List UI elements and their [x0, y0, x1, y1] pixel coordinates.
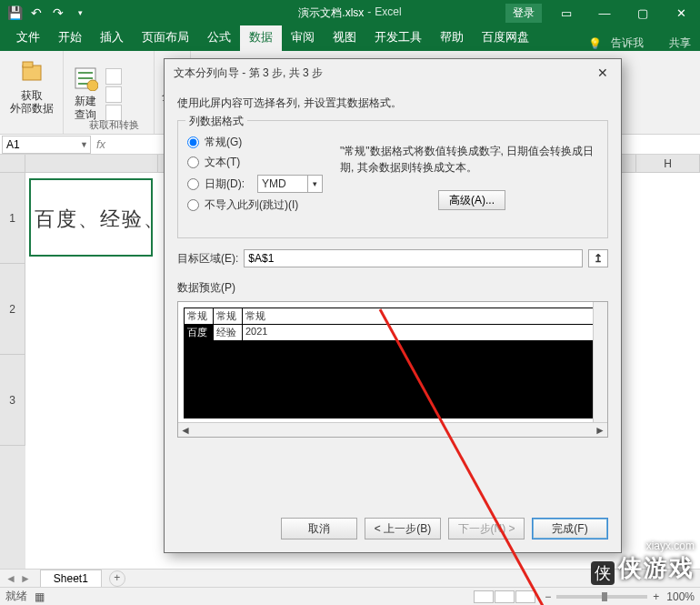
row-header-2[interactable]: 2 — [0, 264, 25, 355]
pv-head-1[interactable]: 常规 — [184, 308, 213, 325]
name-box[interactable]: A1 ▼ — [2, 136, 91, 154]
fx-icon[interactable]: fx — [96, 137, 105, 151]
quick-access-toolbar: 💾 ↶ ↷ ▾ — [0, 5, 87, 20]
cancel-button[interactable]: 取消 — [281, 518, 357, 539]
radio-date[interactable]: 日期(D): YMD▾ — [187, 175, 598, 193]
pv-head-2[interactable]: 常规 — [213, 308, 242, 325]
tab-layout[interactable]: 页面布局 — [133, 24, 198, 51]
radio-date-input[interactable] — [187, 178, 199, 190]
select-all-corner[interactable] — [0, 155, 25, 173]
preview-label: 数据预览(P) — [177, 280, 608, 296]
pv-head-3[interactable]: 常规 — [242, 308, 602, 325]
pv-col-sel[interactable] — [184, 340, 602, 418]
zoom-in-button[interactable]: + — [653, 590, 659, 603]
col-header-a[interactable] — [25, 155, 158, 173]
destination-input[interactable] — [244, 249, 583, 267]
next-button[interactable]: 下一步(N) > — [448, 518, 525, 539]
data-preview[interactable]: 常规 常规 常规 百度 经验 2021 ◄► — [177, 301, 608, 438]
zoom-out-button[interactable]: − — [545, 590, 551, 603]
tab-help[interactable]: 帮助 — [431, 24, 473, 51]
pv-cell-1[interactable]: 百度 — [184, 325, 213, 340]
col-header-h[interactable]: H — [636, 155, 700, 173]
destination-row: 目标区域(E): ↥ — [177, 249, 608, 267]
show-queries-button[interactable] — [105, 68, 122, 85]
filename: 演示文档.xlsx — [298, 5, 364, 21]
ribbon-options-icon[interactable]: ▭ — [547, 0, 585, 25]
svg-point-3 — [87, 80, 98, 91]
get-external-data-button[interactable]: 获取 外部数据 — [8, 55, 55, 119]
redo-icon[interactable]: ↷ — [51, 5, 65, 20]
tell-me[interactable]: 告诉我 — [611, 35, 644, 51]
get-external-icon — [17, 58, 46, 87]
tab-file[interactable]: 文件 — [7, 24, 49, 51]
radio-general-input[interactable] — [187, 136, 199, 148]
radio-skip[interactable]: 不导入此列(跳过)(I) — [187, 197, 598, 213]
cell-a1[interactable]: 百度、经验、 — [29, 178, 153, 257]
preview-header: 常规 常规 常规 — [184, 308, 602, 325]
fieldset-legend: 列数据格式 — [185, 114, 247, 129]
zoom-slider[interactable] — [556, 595, 647, 599]
tab-insert[interactable]: 插入 — [91, 24, 133, 51]
save-icon[interactable]: 💾 — [7, 5, 22, 20]
sheet-tab-1[interactable]: Sheet1 — [40, 570, 102, 587]
tab-data[interactable]: 数据 — [240, 24, 282, 51]
view-normal-button[interactable] — [474, 590, 494, 603]
column-format-fieldset: 列数据格式 常规(G) 文本(T) 日期(D): YMD▾ 不导入此列(跳过)(… — [177, 120, 608, 238]
sheet-nav[interactable]: ◄► — [0, 572, 36, 585]
finish-button[interactable]: 完成(F) — [532, 518, 608, 539]
zoom-level[interactable]: 100% — [666, 590, 695, 603]
format-info-text: "常规"数据格式将数值转换成数字, 日期值会转换成日期, 其余数据则转换成文本。 — [340, 143, 595, 176]
row-headers: 1 2 3 — [0, 173, 25, 569]
range-picker-button[interactable]: ↥ — [588, 249, 608, 267]
pv-cell-2[interactable]: 经验 — [213, 325, 242, 340]
share-button[interactable]: 共享 — [669, 35, 691, 51]
ribbon-tabs: 文件 开始 插入 页面布局 公式 数据 审阅 视图 开发工具 帮助 百度网盘 💡… — [0, 25, 700, 51]
new-query-button[interactable]: 新建 查询 — [69, 60, 102, 125]
pv-cell-3[interactable]: 2021 — [242, 325, 602, 340]
tab-formula[interactable]: 公式 — [198, 24, 240, 51]
app-name: Excel — [375, 5, 401, 21]
tab-baidu[interactable]: 百度网盘 — [473, 24, 538, 51]
status-bar: 就绪 ▦ − + 100% — [0, 587, 700, 605]
destination-label: 目标区域(E): — [177, 251, 238, 267]
text-to-columns-dialog: 文本分列向导 - 第 3 步, 共 3 步 ✕ 使用此屏内容可选择各列, 并设置… — [164, 58, 622, 553]
radio-text-input[interactable] — [187, 156, 199, 168]
get-external-label: 获取 外部数据 — [10, 89, 54, 116]
view-buttons — [474, 590, 535, 603]
ribbon-group-getexternal: 获取 外部数据 — [0, 51, 64, 134]
name-box-dropdown-icon[interactable]: ▼ — [80, 140, 88, 149]
view-pagebreak-button[interactable] — [515, 590, 535, 603]
tab-review[interactable]: 审阅 — [282, 24, 324, 51]
view-layout-button[interactable] — [495, 590, 515, 603]
tab-view[interactable]: 视图 — [324, 24, 365, 51]
advanced-button[interactable]: 高级(A)... — [438, 190, 505, 210]
sheet-tabs-bar: ◄► Sheet1 + — [0, 569, 700, 587]
preview-scroll-h[interactable]: ◄► — [178, 422, 607, 437]
radio-skip-input[interactable] — [187, 199, 199, 211]
date-format-select[interactable]: YMD▾ — [257, 175, 323, 193]
row-header-3[interactable]: 3 — [0, 355, 25, 446]
dialog-titlebar[interactable]: 文本分列向导 - 第 3 步, 共 3 步 ✕ — [165, 59, 621, 86]
ribbon-group-transform: 新建 查询 获取和转换 — [64, 51, 155, 134]
tab-home[interactable]: 开始 — [49, 24, 91, 51]
group-label-transform: 获取和转换 — [69, 118, 159, 132]
titlebar: 💾 ↶ ↷ ▾ 演示文档.xlsx - Excel 登录 ▭ ― ▢ ✕ — [0, 0, 700, 25]
name-box-value: A1 — [6, 138, 20, 151]
row-header-1[interactable]: 1 — [0, 173, 25, 264]
new-sheet-button[interactable]: + — [109, 570, 125, 587]
maximize-icon[interactable]: ▢ — [624, 0, 662, 25]
tell-me-icon[interactable]: 💡 — [588, 37, 602, 50]
tab-dev[interactable]: 开发工具 — [365, 24, 431, 51]
from-table-button[interactable] — [105, 86, 122, 103]
qat-dropdown-icon[interactable]: ▾ — [73, 5, 87, 20]
status-ready: 就绪 — [5, 589, 27, 604]
minimize-icon[interactable]: ― — [585, 0, 624, 25]
svg-rect-1 — [23, 62, 33, 67]
macro-record-icon[interactable]: ▦ — [35, 590, 45, 603]
dialog-close-icon[interactable]: ✕ — [594, 66, 612, 80]
preview-scroll-v[interactable] — [593, 302, 607, 422]
login-button[interactable]: 登录 — [505, 4, 542, 23]
back-button[interactable]: < 上一步(B) — [365, 518, 441, 539]
close-icon[interactable]: ✕ — [662, 0, 700, 25]
undo-icon[interactable]: ↶ — [29, 5, 44, 20]
